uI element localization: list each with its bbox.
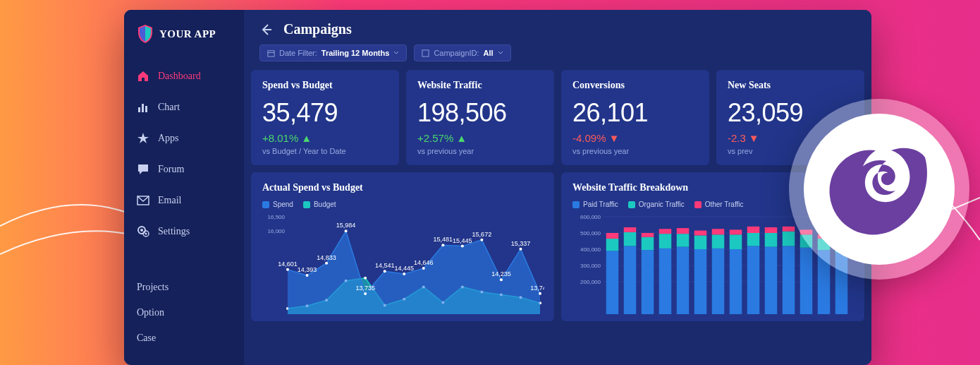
chart-title: Actual Spend vs Budget xyxy=(262,182,543,193)
svg-text:14,235: 14,235 xyxy=(491,270,511,277)
svg-rect-91 xyxy=(747,227,760,233)
svg-text:15,984: 15,984 xyxy=(336,222,356,229)
app-window: YOUR APP Dashboard Chart Apps Forum xyxy=(124,10,871,365)
stat-card: Spend vs Budget 35,479 +8.01%▲ vs Budget… xyxy=(251,70,399,165)
svg-rect-78 xyxy=(677,234,690,246)
svg-rect-1 xyxy=(142,104,144,112)
chevron-down-icon xyxy=(393,50,399,56)
svg-point-29 xyxy=(325,262,328,265)
svg-rect-71 xyxy=(642,250,654,314)
filter-bar: Date Filter: Trailing 12 Months Campaign… xyxy=(244,44,871,70)
svg-rect-84 xyxy=(712,234,725,249)
svg-rect-66 xyxy=(606,239,619,251)
svg-point-5 xyxy=(140,229,143,232)
back-arrow-icon[interactable] xyxy=(259,23,272,36)
svg-rect-65 xyxy=(606,251,619,314)
star-icon xyxy=(137,132,149,145)
svg-point-17 xyxy=(364,277,367,280)
svg-point-7 xyxy=(145,233,147,235)
main-content: Campaigns Date Filter: Trailing 12 Month… xyxy=(244,10,871,365)
gear-icon xyxy=(137,225,149,238)
svg-rect-90 xyxy=(747,233,760,246)
sidebar-link-projects[interactable]: Projects xyxy=(137,275,231,300)
sidebar-item-settings[interactable]: Settings xyxy=(124,216,244,247)
svg-rect-95 xyxy=(783,246,795,314)
svg-text:14,833: 14,833 xyxy=(317,254,336,261)
svg-rect-97 xyxy=(783,227,795,232)
svg-text:15,672: 15,672 xyxy=(472,231,492,238)
sidebar-item-email[interactable]: Email xyxy=(124,185,244,216)
sidebar-label: Apps xyxy=(158,133,179,144)
sidebar-link-case[interactable]: Case xyxy=(137,325,231,351)
svg-rect-83 xyxy=(712,249,725,314)
svg-rect-68 xyxy=(624,246,637,314)
chat-icon xyxy=(137,163,149,176)
filter-label: CampaignID: xyxy=(434,49,479,57)
svg-rect-72 xyxy=(642,237,654,250)
svg-rect-82 xyxy=(694,231,707,236)
sidebar-link-option[interactable]: Option xyxy=(137,300,231,325)
svg-rect-86 xyxy=(730,249,742,314)
mail-icon xyxy=(137,194,149,207)
svg-point-35 xyxy=(441,244,444,246)
svg-rect-0 xyxy=(138,107,140,112)
sidebar-bottom: Projects Option Case xyxy=(124,275,244,351)
svg-text:14,646: 14,646 xyxy=(414,259,434,266)
date-filter[interactable]: Date Filter: Trailing 12 Months xyxy=(259,44,407,61)
chart-legend: Spend Budget xyxy=(262,201,543,208)
sidebar-label: Chart xyxy=(158,102,180,113)
svg-text:15,445: 15,445 xyxy=(453,237,472,244)
stat-delta: -4.09%▼ xyxy=(572,132,698,144)
chart-icon xyxy=(137,101,149,114)
chevron-down-icon xyxy=(498,50,503,56)
stat-subtitle: vs Budget / Year to Date xyxy=(262,147,388,155)
tag-icon xyxy=(422,49,429,57)
svg-point-30 xyxy=(345,229,348,232)
stat-card: Website Traffic 198,506 +2.57%▲ vs previ… xyxy=(406,70,554,165)
svg-text:14,393: 14,393 xyxy=(298,266,317,273)
sidebar-item-forum[interactable]: Forum xyxy=(124,154,244,185)
svg-rect-81 xyxy=(694,235,707,249)
sidebar-item-chart[interactable]: Chart xyxy=(124,92,244,123)
svg-rect-98 xyxy=(800,248,813,314)
campaign-filter[interactable]: CampaignID: All xyxy=(414,44,510,61)
sidebar-label: Settings xyxy=(158,226,190,237)
legend-item: Budget xyxy=(303,201,336,208)
svg-rect-67 xyxy=(606,233,619,239)
svg-rect-73 xyxy=(642,233,654,237)
shield-icon xyxy=(137,24,154,44)
legend-item: Spend xyxy=(262,201,293,208)
svg-text:300,000: 300,000 xyxy=(580,263,601,269)
svg-rect-70 xyxy=(624,227,637,232)
stat-subtitle: vs previous year xyxy=(572,147,698,155)
svg-rect-10 xyxy=(422,49,429,56)
svg-point-36 xyxy=(461,245,464,248)
svg-text:13,742: 13,742 xyxy=(530,285,544,292)
filter-value: All xyxy=(484,49,494,57)
svg-text:15,481: 15,481 xyxy=(434,236,453,243)
stat-cards: Spend vs Budget 35,479 +8.01%▲ vs Budget… xyxy=(244,70,871,165)
stat-delta: +8.01%▲ xyxy=(262,132,388,144)
calendar-icon xyxy=(267,49,275,57)
sidebar: YOUR APP Dashboard Chart Apps Forum xyxy=(124,10,244,365)
svg-text:14,541: 14,541 xyxy=(375,262,395,269)
svg-text:13,735: 13,735 xyxy=(355,285,375,292)
svg-text:14,445: 14,445 xyxy=(394,265,414,272)
svg-text:16,000: 16,000 xyxy=(268,228,286,234)
stat-value: 26,101 xyxy=(572,98,698,128)
svg-rect-89 xyxy=(747,246,760,314)
sidebar-item-apps[interactable]: Apps xyxy=(124,123,244,154)
svg-rect-92 xyxy=(765,247,778,314)
svg-text:16,500: 16,500 xyxy=(268,214,286,220)
svg-text:500,000: 500,000 xyxy=(580,230,601,237)
svg-point-33 xyxy=(403,273,405,275)
svg-rect-93 xyxy=(765,233,778,247)
legend-item: Other Traffic xyxy=(694,201,744,208)
svg-rect-74 xyxy=(659,249,672,314)
svg-rect-76 xyxy=(659,229,672,234)
svg-rect-88 xyxy=(730,229,742,234)
svg-rect-96 xyxy=(783,232,795,246)
sidebar-label: Email xyxy=(158,195,181,206)
sidebar-item-dashboard[interactable]: Dashboard xyxy=(124,61,244,92)
chart-row: Actual Spend vs Budget Spend Budget 16,5… xyxy=(244,165,871,328)
